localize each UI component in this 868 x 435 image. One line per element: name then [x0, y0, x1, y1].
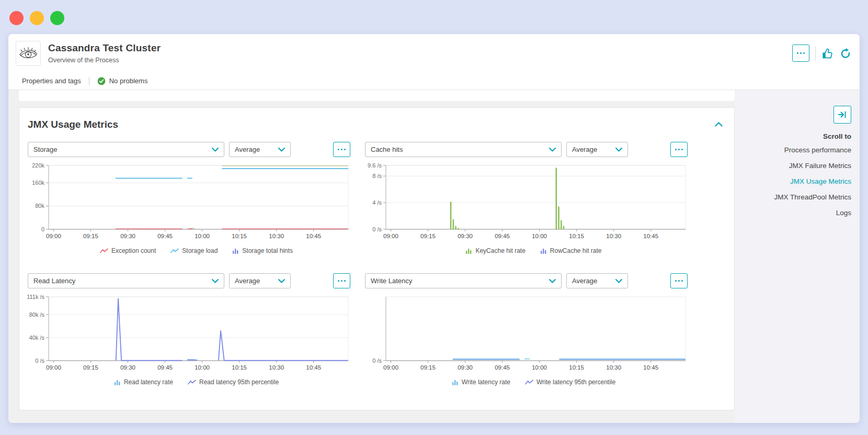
legend-label: Storage load [182, 247, 218, 254]
collapse-section-button[interactable] [715, 120, 723, 128]
legend-item[interactable]: RowCache hit rate [540, 247, 602, 254]
svg-text:09:30: 09:30 [120, 233, 135, 239]
actions-divider [815, 46, 816, 61]
refresh-button[interactable] [840, 48, 851, 59]
svg-text:160k: 160k [32, 180, 44, 186]
svg-text:09:30: 09:30 [120, 364, 135, 371]
svg-text:0: 0 [41, 226, 44, 232]
refresh-icon [840, 48, 851, 59]
svg-text:09:00: 09:00 [46, 364, 61, 371]
legend-item[interactable]: Read latency rate [114, 378, 173, 386]
svg-text:10:15: 10:15 [569, 364, 584, 371]
minimize-window-button[interactable] [30, 11, 44, 25]
svg-text:10:00: 10:00 [532, 364, 547, 371]
write-latency-chart-module: Write Latency Average 0 /s09:0009:1509:3… [365, 273, 702, 386]
problems-status[interactable]: No problems [97, 77, 148, 85]
write-latency-chart-legend: Write latency rateWrite latency 95th per… [365, 378, 702, 386]
metric-select-value: Cache hits [371, 146, 403, 153]
metric-select[interactable]: Storage [28, 142, 224, 157]
aggregation-select-value: Average [572, 146, 597, 153]
sidebar-item-jmx-usage-metrics[interactable]: JMX Usage Metrics [735, 174, 851, 189]
chevron-down-icon [615, 148, 622, 152]
svg-text:09:45: 09:45 [157, 233, 173, 239]
cache-hits-chart[interactable]: 0 /s4 /s8 /s9.6 /s09:0009:1509:3009:4510… [365, 160, 702, 243]
ellipsis-icon [675, 149, 677, 151]
chart-more-button[interactable] [333, 273, 350, 288]
svg-text:4 /s: 4 /s [372, 199, 382, 206]
legend-item[interactable]: KeyCache hit rate [465, 247, 525, 254]
chevron-down-icon [212, 279, 219, 283]
line-series-icon [170, 248, 179, 254]
collapse-sidebar-button[interactable] [833, 106, 851, 124]
metric-select[interactable]: Write Latency [365, 273, 562, 288]
legend-item[interactable]: Exception count [100, 247, 156, 254]
chevron-down-icon [549, 148, 556, 152]
legend-item[interactable]: Read latency 95th percentile [188, 378, 279, 386]
legend-item[interactable]: Write latency 95th percentile [525, 378, 615, 386]
line-series-icon [188, 380, 196, 385]
read-latency-chart[interactable]: 0 /s40k /s80k /s111k /s09:0009:1509:3009… [28, 292, 365, 374]
svg-text:10:00: 10:00 [532, 233, 547, 239]
ellipsis-icon [338, 149, 340, 151]
legend-label: RowCache hit rate [550, 247, 602, 254]
chevron-down-icon [615, 279, 622, 283]
svg-text:09:30: 09:30 [458, 233, 473, 239]
aggregation-select[interactable]: Average [566, 273, 628, 288]
write-latency-chart[interactable]: 0 /s09:0009:1509:3009:4510:0010:1510:301… [365, 292, 702, 374]
svg-text:09:45: 09:45 [495, 364, 510, 371]
sidebar-item-logs[interactable]: Logs [735, 205, 851, 221]
metric-select[interactable]: Read Latency [28, 273, 224, 288]
legend-label: Exception count [111, 247, 156, 254]
aggregation-select-value: Average [235, 277, 260, 285]
svg-text:10:45: 10:45 [306, 233, 321, 239]
page-title: Cassandra Test Cluster [48, 42, 161, 54]
chart-more-button[interactable] [670, 273, 688, 288]
header-more-button[interactable] [792, 44, 809, 62]
page-subtitle: Overview of the Process [48, 57, 161, 64]
zoom-window-button[interactable] [50, 11, 64, 25]
svg-text:10:15: 10:15 [569, 233, 584, 239]
aggregation-select[interactable]: Average [566, 142, 628, 157]
aggregation-select[interactable]: Average [229, 273, 291, 288]
metric-select-value: Write Latency [371, 277, 412, 285]
main-column: JMX Usage Metrics Storage [8, 90, 735, 423]
bar-series-icon [465, 248, 472, 254]
chevron-down-icon [212, 148, 219, 152]
svg-text:10:30: 10:30 [606, 364, 621, 371]
svg-text:10:30: 10:30 [269, 364, 284, 371]
svg-text:10:00: 10:00 [195, 233, 210, 239]
read-latency-chart-legend: Read latency rateRead latency 95th perce… [28, 378, 365, 386]
chart-more-button[interactable] [670, 142, 688, 157]
svg-text:09:15: 09:15 [420, 233, 436, 239]
bar-series-icon [540, 248, 547, 254]
metric-select[interactable]: Cache hits [365, 142, 562, 157]
svg-text:09:15: 09:15 [83, 364, 98, 371]
section-title: JMX Usage Metrics [28, 119, 118, 130]
metric-select-value: Storage [33, 146, 58, 153]
sidebar-item-jmx-threadpool-metrics[interactable]: JMX ThreadPool Metrics [735, 189, 851, 205]
legend-item[interactable]: Storage load [170, 247, 218, 254]
legend-item[interactable]: Storage total hints [232, 247, 293, 254]
properties-and-tags-toggle[interactable]: Properties and tags [22, 77, 81, 85]
ellipsis-icon [675, 280, 677, 282]
window-traffic-lights [9, 11, 64, 25]
like-button[interactable] [821, 47, 834, 60]
properties-bar: Properties and tags No problems [8, 72, 860, 90]
svg-text:09:45: 09:45 [495, 233, 510, 239]
legend-label: Storage total hints [242, 247, 293, 254]
sidebar-item-process-performance[interactable]: Process performance [735, 142, 851, 158]
app-header: Cassandra Test Cluster Overview of the P… [8, 34, 860, 72]
storage-chart[interactable]: 080k160k220k09:0009:1509:3009:4510:0010:… [28, 160, 365, 243]
close-window-button[interactable] [9, 11, 24, 25]
legend-item[interactable]: Write latency rate [452, 378, 510, 386]
line-series-icon [525, 380, 533, 385]
svg-text:10:00: 10:00 [195, 364, 210, 371]
svg-text:220k: 220k [32, 162, 44, 169]
sidebar-item-jmx-failure-metrics[interactable]: JMX Failure Metrics [735, 158, 851, 174]
app-window: Cassandra Test Cluster Overview of the P… [8, 34, 860, 423]
scroll-to-sidebar: Scroll to Process performance JMX Failur… [735, 90, 860, 423]
chart-more-button[interactable] [333, 142, 350, 157]
aggregation-select[interactable]: Average [229, 142, 291, 157]
svg-text:111k /s: 111k /s [27, 294, 44, 300]
subheader-divider [89, 77, 89, 85]
